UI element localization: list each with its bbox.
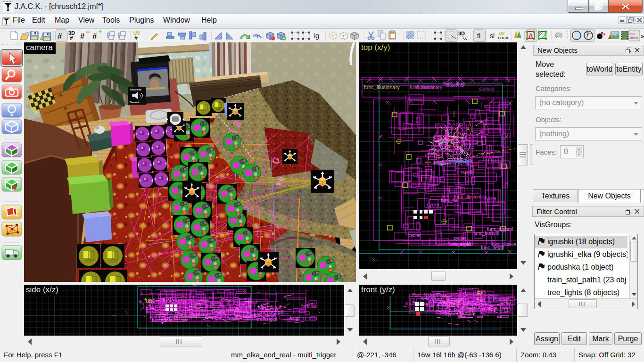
- svg-text:cycler: cycler: [454, 236, 466, 241]
- svg-text:func_borteol: func_borteol: [473, 230, 499, 236]
- svg-text:furtcilus: furtcilus: [301, 304, 317, 309]
- svg-text:fGyvePle: fGyvePle: [445, 311, 464, 316]
- svg-text:ftanc_ilus: ftanc_ilus: [453, 241, 473, 247]
- svg-text:#: #: [58, 32, 62, 41]
- svg-text:illusionar: illusionar: [446, 82, 465, 88]
- svg-text:func: func: [144, 297, 155, 304]
- svg-text:sl: sl: [490, 32, 495, 40]
- svg-text:detail: detail: [465, 161, 477, 166]
- svg-text:stonary: stonary: [479, 86, 495, 91]
- svg-text:+: +: [283, 36, 285, 41]
- svg-text:#: #: [70, 35, 73, 41]
- svg-text:func_illusionary: func_illusionary: [364, 84, 400, 90]
- svg-text:#: #: [92, 32, 97, 41]
- svg-text:trainstglpl: trainstglpl: [236, 314, 256, 319]
- svg-text:func_illusionary: func_illusionary: [454, 194, 487, 199]
- svg-text:...trainstglpl)l...: ...trainstglpl)l...: [255, 309, 289, 315]
- svg-text:tl: tl: [477, 32, 480, 40]
- svg-text:A: A: [528, 32, 533, 39]
- svg-text:Generic: Generic: [130, 100, 140, 104]
- svg-text:Ambient: Ambient: [130, 88, 141, 91]
- svg-text:draw: draw: [630, 36, 638, 40]
- svg-text:rater1: rater1: [447, 161, 460, 166]
- svg-text:lune: lune: [230, 306, 239, 311]
- svg-text:func_detail: func_detail: [146, 305, 168, 311]
- svg-text:func_illusionary: func_illusionary: [410, 85, 442, 90]
- svg-text:ffad_Nitlephers: ffad_Nitlephers: [412, 292, 447, 298]
- svg-text:#: #: [80, 32, 85, 41]
- svg-text:func_detail: func_detail: [481, 245, 504, 250]
- svg-text:ig: ig: [314, 32, 319, 40]
- svg-text:func_illusionary: func_illusionary: [178, 312, 211, 317]
- svg-text:LOCK: LOCK: [498, 36, 509, 40]
- svg-text:EA: EA: [477, 291, 484, 296]
- svg-text:fGyvePle: fGyvePle: [478, 306, 497, 311]
- svg-text:rater1: rater1: [461, 170, 473, 175]
- svg-text:detail: detail: [493, 158, 504, 164]
- svg-text:no: no: [630, 32, 635, 36]
- svg-text:lune: lune: [216, 310, 225, 315]
- svg-text:cycler: cycler: [484, 196, 497, 201]
- svg-text:cycler: cycler: [408, 233, 421, 238]
- svg-text:_illusionary: _illusionary: [157, 297, 185, 304]
- svg-text:func_detail: func_detail: [152, 318, 174, 323]
- svg-text:func_illusionary: func_illusionary: [426, 302, 458, 307]
- svg-text:nstgl: nstgl: [289, 316, 299, 321]
- svg-text:#: #: [134, 35, 138, 41]
- svg-text:3D: 3D: [458, 31, 465, 36]
- svg-text:cycler: cycler: [427, 202, 440, 207]
- svg-text:-: -: [272, 36, 273, 41]
- svg-text:»: »: [641, 33, 644, 40]
- svg-text:UV: UV: [499, 31, 505, 36]
- svg-text:detail: detail: [433, 160, 444, 165]
